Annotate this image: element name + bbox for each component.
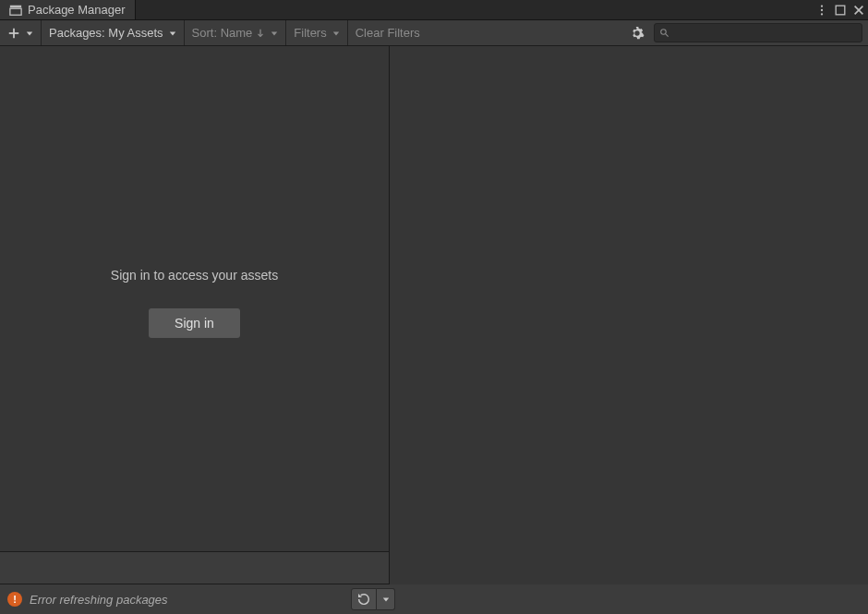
refresh-button-group [351,588,395,610]
body: Sign in to access your assets Sign in [0,46,868,584]
toolbar-spacer [428,20,622,45]
left-footer-gap [0,552,389,584]
signin-prompt: Sign in to access your assets [111,268,278,283]
settings-button[interactable] [622,20,652,45]
status-bar: ! Error refreshing packages [0,584,868,614]
svg-point-2 [821,5,823,6]
titlebar: Package Manager [0,0,868,20]
svg-marker-13 [271,31,277,35]
refresh-dropdown[interactable] [377,588,395,610]
svg-point-4 [821,13,823,15]
left-panel: Sign in to access your assets Sign in [0,46,390,584]
chevron-down-icon [382,596,390,603]
titlebar-spacer [136,0,813,19]
search-field[interactable] [654,23,862,42]
signin-button[interactable]: Sign in [149,308,240,338]
svg-line-16 [666,34,669,37]
package-list-area: Sign in to access your assets Sign in [0,46,389,552]
search-icon [655,28,674,38]
arrow-down-icon [256,29,265,38]
svg-point-15 [661,30,667,35]
svg-point-3 [821,8,823,10]
status-message: Error refreshing packages [30,593,344,607]
clear-filters-label: Clear Filters [356,26,420,40]
refresh-icon [356,592,371,607]
add-package-button[interactable] [0,20,41,45]
svg-marker-10 [27,31,32,35]
search-input[interactable] [674,24,862,42]
clear-filters-button[interactable]: Clear Filters [348,20,428,45]
chevron-down-icon [271,30,278,37]
plus-icon [7,27,20,40]
maximize-button[interactable] [831,0,850,19]
filters-dropdown[interactable]: Filters [286,20,346,45]
error-icon: ! [7,592,22,607]
packages-scope-label: Packages: My Assets [49,26,163,40]
gear-icon [630,26,645,41]
chevron-down-icon [332,30,340,37]
svg-rect-1 [10,8,21,15]
package-manager-window: Package Manager Packages: My Assets Sort… [0,0,868,614]
window-tab[interactable]: Package Manager [0,0,136,19]
refresh-button[interactable] [351,588,377,610]
packages-scope-dropdown[interactable]: Packages: My Assets [42,20,184,45]
window-title: Package Manager [28,3,126,17]
toolbar: Packages: My Assets Sort: Name Filters C… [0,20,868,46]
svg-marker-18 [382,597,388,601]
window-icon [9,4,22,17]
svg-marker-11 [169,31,175,35]
detail-panel [390,46,868,584]
sort-label: Sort: Name [192,26,253,40]
chevron-down-icon [26,30,33,37]
svg-rect-0 [10,5,21,7]
close-button[interactable] [850,0,868,19]
svg-marker-14 [333,31,339,35]
chevron-down-icon [169,30,176,37]
menu-icon[interactable] [813,0,831,19]
filters-label: Filters [294,26,326,40]
sort-dropdown[interactable]: Sort: Name [185,20,286,45]
svg-rect-5 [836,6,845,15]
